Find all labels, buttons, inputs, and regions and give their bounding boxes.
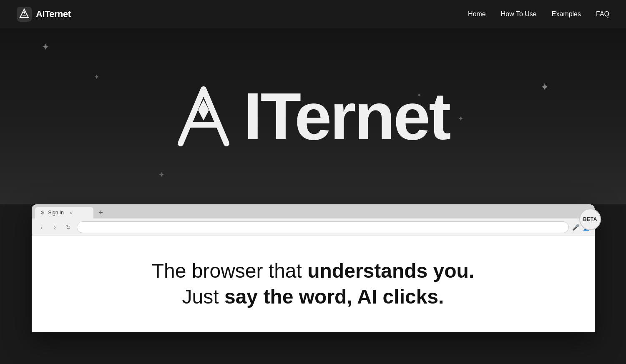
tagline-line1: The browser that understands you.: [152, 260, 475, 282]
beta-badge: BETA: [579, 208, 601, 230]
tab-favicon: ⚙: [40, 210, 46, 216]
tagline-line2-prefix: Just: [182, 286, 224, 308]
browser-content: The browser that understands you. Just s…: [32, 236, 595, 332]
back-button[interactable]: ‹: [37, 222, 47, 232]
sparkle-5: [458, 115, 463, 123]
hero-title: ITernet: [176, 83, 449, 150]
hero-section: ITernet: [0, 0, 626, 204]
sparkle-2: [94, 73, 99, 81]
address-bar[interactable]: [77, 221, 569, 233]
hero-a-icon: [176, 83, 231, 150]
logo-label: AITernet: [36, 9, 71, 20]
browser-tab[interactable]: ⚙ Sign In ×: [35, 207, 93, 218]
forward-button[interactable]: ›: [50, 222, 60, 232]
browser-tab-bar: ⚙ Sign In × +: [32, 204, 595, 218]
logo[interactable]: AITernet: [17, 7, 71, 22]
nav-links: Home How To Use Examples FAQ: [468, 10, 609, 18]
nav-examples[interactable]: Examples: [552, 10, 581, 18]
sparkle-1: [42, 42, 49, 53]
tagline-bold-1: understands you.: [307, 260, 474, 282]
sparkle-4: [541, 81, 549, 93]
navbar: AITernet Home How To Use Examples FAQ: [0, 0, 626, 28]
nav-faq[interactable]: FAQ: [596, 10, 609, 18]
beta-label: BETA: [583, 216, 597, 222]
hero-title-a: [176, 79, 243, 153]
browser-tagline: The browser that understands you. Just s…: [152, 258, 475, 310]
tagline-line2-bold: say the word, AI clicks.: [224, 286, 444, 308]
nav-home[interactable]: Home: [468, 10, 486, 18]
tab-label: Sign In: [48, 210, 64, 216]
tab-close-button[interactable]: ×: [68, 210, 74, 216]
microphone-icon: 🎤: [572, 224, 579, 231]
nav-how-to-use[interactable]: How To Use: [501, 10, 537, 18]
browser-window: ⚙ Sign In × + ‹ › ↻ 🎤 👤 The browser that…: [32, 204, 595, 332]
browser-section: ⚙ Sign In × + ‹ › ↻ 🎤 👤 The browser that…: [0, 204, 626, 332]
logo-icon: [17, 7, 32, 22]
hero-title-text: ITernet: [244, 79, 450, 153]
refresh-button[interactable]: ↻: [63, 222, 73, 232]
sparkle-6: [158, 170, 165, 179]
new-tab-button[interactable]: +: [95, 207, 107, 218]
browser-toolbar: ‹ › ↻ 🎤 👤: [32, 218, 595, 236]
